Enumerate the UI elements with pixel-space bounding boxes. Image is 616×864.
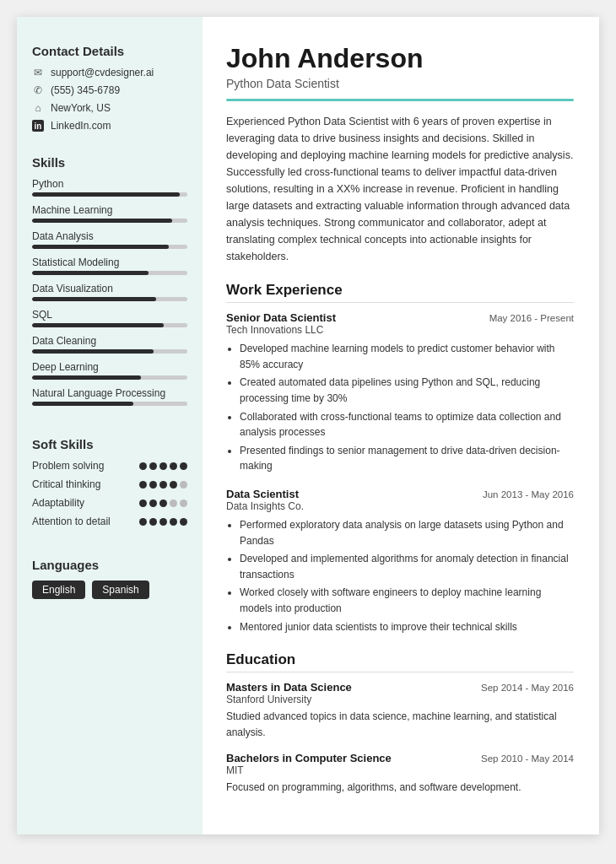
exp-bullet: Created automated data pipelines using P… [240,375,574,406]
candidate-job-title: Python Data Scientist [226,77,574,90]
skill-label: SQL [32,309,187,321]
skill-bar-bg [32,323,187,327]
dot [159,481,167,489]
edu-desc: Studied advanced topics in data science,… [226,709,574,740]
skill-bar-bg [32,297,187,301]
edu-date: Sep 2014 - May 2016 [481,683,574,693]
work-experience-section: Work Experience Senior Data Scientist Ma… [226,282,574,634]
work-experience-title: Work Experience [226,282,574,303]
skill-label: Data Analysis [32,230,187,242]
contact-section: Contact Details ✉ support@cvdesigner.ai … [32,44,187,132]
skill-label: Python [32,178,187,190]
skill-bar-bg [32,219,187,223]
skill-item: Python [32,178,187,197]
dot [159,462,167,470]
education-block: Masters in Data Science Sep 2014 - May 2… [226,681,574,740]
edu-degree: Masters in Data Science [226,681,352,694]
contact-phone: ✆ (555) 345-6789 [32,84,187,96]
education-section: Education Masters in Data Science Sep 20… [226,651,574,796]
phone-icon: ✆ [32,84,44,96]
skill-label: Data Visualization [32,283,187,294]
education-title: Education [226,651,574,672]
edu-header: Masters in Data Science Sep 2014 - May 2… [226,681,574,694]
skill-bar-fill [32,402,133,406]
contact-email: ✉ support@cvdesigner.ai [32,67,187,78]
main-content: John Anderson Python Data Scientist Expe… [203,17,599,834]
dot [180,500,187,507]
soft-skill-item: Adaptability [32,497,187,509]
exp-bullet: Developed machine learning models to pre… [240,341,574,372]
skill-item: Natural Language Processing [32,387,187,406]
exp-bullet: Developed and implemented algorithms for… [240,551,574,582]
exp-bullet: Performed exploratory data analysis on l… [240,517,574,548]
dot [170,500,177,507]
skill-bar-bg [32,349,187,354]
skill-bar-fill [32,271,149,275]
exp-bullet: Presented findings to senior management … [240,443,574,474]
education-list: Masters in Data Science Sep 2014 - May 2… [226,681,574,796]
skill-item: Data Analysis [32,230,187,249]
lang-badge: Spanish [92,580,149,599]
candidate-name: John Anderson [226,44,574,73]
contact-title: Contact Details [32,44,187,58]
skills-section: Skills Python Machine Learning Data Anal… [32,155,187,413]
skill-item: Statistical Modeling [32,256,187,275]
dot [149,481,157,489]
dots-container [139,518,187,526]
contact-location: ⌂ NewYork, US [32,102,187,114]
lang-badges: EnglishSpanish [32,580,187,599]
skill-bar-fill [32,375,141,380]
edu-school: Stanford University [226,694,574,705]
sidebar: Contact Details ✉ support@cvdesigner.ai … [17,17,203,834]
soft-skill-item: Attention to detail [32,516,187,527]
dot [180,518,187,526]
dot [149,518,157,526]
skill-item: Data Visualization [32,283,187,301]
skills-list: Python Machine Learning Data Analysis St… [32,178,187,406]
skill-bar-bg [32,402,187,406]
skill-bar-fill [32,192,180,197]
envelope-icon: ✉ [32,67,44,78]
dot [159,518,167,526]
dot [139,462,147,470]
skill-bar-fill [32,297,156,301]
dot [180,481,187,489]
edu-degree: Bachelors in Computer Science [226,752,392,764]
exp-job-title: Senior Data Scientist [226,311,336,324]
dot [149,462,157,470]
soft-skill-label: Adaptability [32,497,84,509]
edu-header: Bachelors in Computer Science Sep 2010 -… [226,752,574,764]
jobs-list: Senior Data Scientist May 2016 - Present… [226,311,574,634]
soft-skill-label: Problem solving [32,460,104,472]
experience-block: Senior Data Scientist May 2016 - Present… [226,311,574,474]
exp-date: May 2016 - Present [489,313,574,323]
skill-label: Machine Learning [32,204,187,216]
skill-item: SQL [32,309,187,327]
dot [149,500,157,507]
dots-container [139,462,187,470]
skill-label: Natural Language Processing [32,387,187,399]
dot [159,500,167,507]
soft-skill-label: Attention to detail [32,516,111,527]
skill-label: Deep Learning [32,361,187,373]
exp-bullet: Worked closely with software engineers t… [240,585,574,616]
languages-title: Languages [32,558,187,572]
lang-badge: English [32,580,85,599]
soft-skill-item: Problem solving [32,460,187,472]
soft-skills-title: Soft Skills [32,437,187,451]
languages-section: Languages EnglishSpanish [32,558,187,599]
skill-label: Data Cleaning [32,335,187,347]
exp-bullet: Collaborated with cross-functional teams… [240,409,574,440]
dot [170,481,177,489]
soft-skill-label: Critical thinking [32,478,100,490]
skill-label: Statistical Modeling [32,256,187,268]
skill-item: Data Cleaning [32,335,187,354]
exp-bullet: Mentored junior data scientists to impro… [240,619,574,635]
dot [139,481,147,489]
exp-company: Data Insights Co. [226,500,574,512]
soft-skill-item: Critical thinking [32,478,187,490]
skill-bar-bg [32,245,187,249]
summary-text: Experienced Python Data Scientist with 6… [226,113,574,265]
exp-header: Data Scientist Jun 2013 - May 2016 [226,488,574,500]
home-icon: ⌂ [32,102,44,114]
